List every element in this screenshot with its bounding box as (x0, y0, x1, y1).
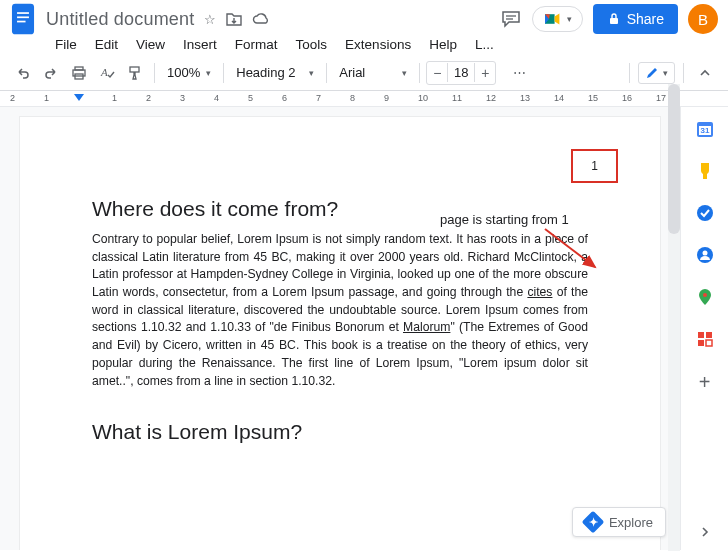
svg-rect-2 (17, 16, 29, 18)
chevron-down-icon: ▾ (402, 68, 407, 78)
svg-rect-6 (610, 18, 618, 24)
svg-rect-20 (698, 332, 704, 338)
svg-text:A: A (100, 66, 108, 78)
font-dropdown[interactable]: Arial▾ (333, 62, 413, 83)
meet-button[interactable]: ▾ (532, 6, 583, 32)
keep-icon[interactable] (695, 161, 715, 181)
style-value: Heading 2 (236, 65, 295, 80)
svg-rect-1 (17, 12, 29, 14)
page-number: 1 (571, 149, 618, 183)
hide-sidepanel-button[interactable] (697, 524, 713, 540)
account-avatar[interactable]: B (688, 4, 718, 34)
menu-view[interactable]: View (129, 34, 172, 55)
redo-button[interactable] (38, 60, 64, 86)
pencil-icon (645, 66, 659, 80)
collapse-toolbar-button[interactable] (692, 60, 718, 86)
decrease-font-size-button[interactable]: − (427, 62, 447, 84)
undo-button[interactable] (10, 60, 36, 86)
heading-2[interactable]: What is Lorem Ipsum? (92, 420, 588, 444)
chevron-down-icon: ▾ (567, 14, 572, 24)
svg-rect-3 (17, 21, 26, 23)
annotation-arrow-icon (540, 227, 610, 277)
chevron-down-icon: ▾ (309, 68, 314, 78)
explore-button[interactable]: ✦ Explore (572, 507, 666, 537)
star-icon[interactable]: ☆ (204, 12, 216, 27)
menu-help[interactable]: Help (422, 34, 464, 55)
zoom-value: 100% (167, 65, 200, 80)
tasks-icon[interactable] (695, 203, 715, 223)
font-value: Arial (339, 65, 365, 80)
share-button[interactable]: Share (593, 4, 678, 34)
spellcheck-button[interactable]: A (94, 60, 120, 86)
menu-overflow[interactable]: L... (468, 34, 501, 55)
svg-rect-0 (12, 4, 34, 35)
calendar-icon[interactable]: 31 (695, 119, 715, 139)
menu-format[interactable]: Format (228, 34, 285, 55)
side-panel: 31 + (680, 107, 728, 550)
svg-point-16 (697, 205, 713, 221)
titlebar: Untitled document ☆ ▾ Share B (0, 0, 728, 32)
workspace: page is starting from 1 1 Where does it … (0, 107, 728, 550)
share-label: Share (627, 11, 664, 27)
toolbar: A 100%▾ Heading 2▾ Arial▾ − 18 + ⋯ ▾ (0, 55, 728, 91)
svg-point-19 (703, 293, 707, 297)
menu-tools[interactable]: Tools (289, 34, 335, 55)
comment-history-icon[interactable] (500, 8, 522, 30)
docs-logo-icon[interactable] (10, 2, 36, 36)
zoom-dropdown[interactable]: 100%▾ (161, 62, 217, 83)
svg-point-18 (702, 251, 707, 256)
paragraph-style-dropdown[interactable]: Heading 2▾ (230, 62, 320, 83)
svg-rect-11 (130, 67, 139, 72)
print-button[interactable] (66, 60, 92, 86)
svg-rect-22 (698, 340, 704, 346)
document-canvas[interactable]: page is starting from 1 1 Where does it … (0, 107, 680, 550)
chevron-down-icon: ▾ (663, 68, 668, 78)
move-icon[interactable] (226, 12, 242, 27)
menu-edit[interactable]: Edit (88, 34, 125, 55)
more-toolbar-button[interactable]: ⋯ (506, 60, 532, 86)
menu-file[interactable]: File (48, 34, 84, 55)
get-addons-button[interactable]: + (699, 371, 711, 394)
document-page[interactable]: 1 Where does it come from? Contrary to p… (20, 117, 660, 550)
explore-icon: ✦ (582, 511, 605, 534)
font-size-input[interactable]: 18 (447, 63, 475, 82)
menu-insert[interactable]: Insert (176, 34, 224, 55)
vertical-scrollbar[interactable] (668, 84, 680, 551)
meet-icon (543, 11, 563, 27)
scrollbar-thumb[interactable] (668, 84, 680, 234)
lock-icon (607, 12, 621, 26)
menu-bar: File Edit View Insert Format Tools Exten… (0, 32, 728, 55)
svg-rect-23 (706, 340, 712, 346)
maps-icon[interactable] (695, 287, 715, 307)
indent-marker-icon[interactable] (74, 94, 84, 104)
horizontal-ruler[interactable]: 2 1 1 2 3 4 5 6 7 8 9 10 11 12 13 14 15 … (0, 91, 728, 107)
svg-text:31: 31 (700, 126, 709, 135)
cloud-status-icon[interactable] (252, 12, 270, 27)
annotation-label: page is starting from 1 (440, 212, 569, 227)
editing-mode-dropdown[interactable]: ▾ (638, 62, 675, 84)
menu-extensions[interactable]: Extensions (338, 34, 418, 55)
increase-font-size-button[interactable]: + (475, 62, 495, 84)
chevron-down-icon: ▾ (206, 68, 211, 78)
explore-label: Explore (609, 515, 653, 530)
addon-icon[interactable] (695, 329, 715, 349)
paragraph-1[interactable]: Contrary to popular belief, Lorem Ipsum … (92, 231, 588, 390)
font-size-control: − 18 + (426, 61, 496, 85)
svg-rect-15 (703, 177, 707, 179)
paint-format-button[interactable] (122, 60, 148, 86)
document-title[interactable]: Untitled document (46, 9, 194, 30)
contacts-icon[interactable] (695, 245, 715, 265)
svg-rect-21 (706, 332, 712, 338)
